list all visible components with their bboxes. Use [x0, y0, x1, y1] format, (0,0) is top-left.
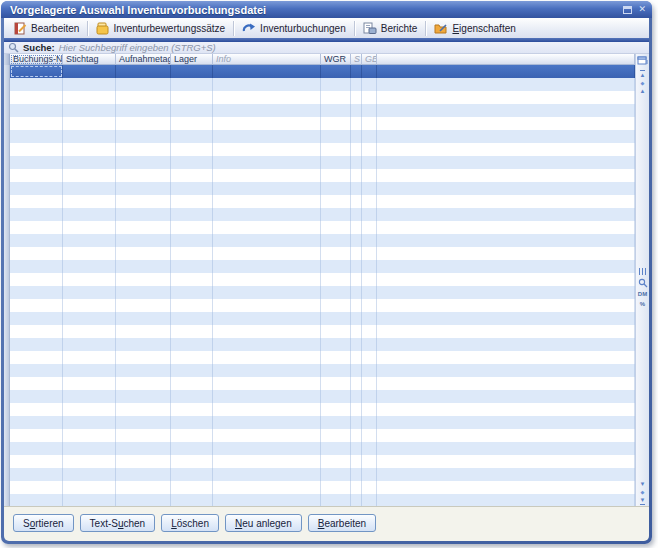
- table-row[interactable]: [4, 260, 635, 273]
- percent-icon[interactable]: %: [640, 300, 645, 308]
- table-row[interactable]: [4, 429, 635, 442]
- cell: [362, 416, 377, 429]
- scroll-down-icon[interactable]: ▼: [640, 481, 646, 487]
- table-row[interactable]: [4, 117, 635, 130]
- table-row[interactable]: [4, 156, 635, 169]
- table-row[interactable]: [4, 416, 635, 429]
- delete-button[interactable]: Löschen: [161, 514, 219, 532]
- column-header-Aufnahmetag[interactable]: Aufnahmetag: [116, 54, 171, 65]
- valuation-icon: [96, 22, 109, 35]
- table-row[interactable]: [4, 221, 635, 234]
- table-row[interactable]: [4, 234, 635, 247]
- cell: [351, 182, 362, 195]
- cell: [116, 104, 171, 117]
- cell: [63, 260, 116, 273]
- cell: [116, 416, 171, 429]
- table-row[interactable]: [4, 286, 635, 299]
- column-header-GB[interactable]: GB: [362, 54, 377, 65]
- table-row[interactable]: [4, 169, 635, 182]
- cell: [171, 416, 213, 429]
- edit-button[interactable]: Bearbeiten: [308, 514, 376, 532]
- cell: [321, 299, 351, 312]
- column-header-Stichtag[interactable]: Stichtag: [63, 54, 116, 65]
- cell: [63, 286, 116, 299]
- cell: [171, 65, 213, 78]
- cell: [213, 338, 321, 351]
- table-row[interactable]: [4, 143, 635, 156]
- cell: [377, 442, 635, 455]
- search-input[interactable]: Hier Suchbegriff eingeben (STRG+S): [59, 43, 216, 53]
- table-row[interactable]: [4, 403, 635, 416]
- scroll-up-icon[interactable]: ▲: [640, 88, 646, 94]
- scroll-thumb-icon[interactable]: ◆: [641, 80, 645, 86]
- sort-button[interactable]: Sortieren: [13, 514, 74, 532]
- table-row[interactable]: [4, 481, 635, 494]
- cell: [377, 312, 635, 325]
- column-chooser-icon[interactable]: [637, 55, 648, 66]
- cell: [116, 442, 171, 455]
- table-row[interactable]: [4, 91, 635, 104]
- table-row[interactable]: [4, 390, 635, 403]
- cell: [116, 169, 171, 182]
- zoom-icon[interactable]: [638, 278, 648, 288]
- cell: [171, 221, 213, 234]
- table-row[interactable]: [4, 442, 635, 455]
- search-label: Suche:: [23, 43, 55, 53]
- cell: [213, 104, 321, 117]
- column-header-filler[interactable]: [377, 54, 635, 65]
- column-header-S[interactable]: S: [351, 54, 362, 65]
- cell: [321, 468, 351, 481]
- table-row[interactable]: [4, 364, 635, 377]
- toolbar-button-inventurbewertungssaetze[interactable]: Inventurbewertungssätze: [90, 21, 231, 36]
- table-row[interactable]: [4, 351, 635, 364]
- column-header-WGR[interactable]: WGR: [321, 54, 351, 65]
- table-row[interactable]: [4, 325, 635, 338]
- scroll-thumb-icon[interactable]: ◆: [641, 489, 645, 495]
- text-search-button[interactable]: Text-Suchen: [80, 514, 156, 532]
- toolbar-button-eigenschaften[interactable]: Eigenschaften: [428, 21, 521, 36]
- close-icon[interactable]: ✕: [638, 5, 646, 14]
- cell: [321, 156, 351, 169]
- cell: [10, 234, 63, 247]
- selected-row[interactable]: [4, 65, 635, 78]
- toolbar-button-bearbeiten[interactable]: Bearbeiten: [8, 21, 85, 36]
- cell: [171, 299, 213, 312]
- currency-icon[interactable]: DM: [638, 290, 647, 298]
- table-row[interactable]: [4, 182, 635, 195]
- toolbar-button-inventurbuchungen[interactable]: Inventurbuchungen: [236, 21, 352, 36]
- toolbar-button-berichte[interactable]: Berichte: [357, 21, 424, 36]
- table-row[interactable]: [4, 377, 635, 390]
- table-row[interactable]: [4, 312, 635, 325]
- table-row[interactable]: [4, 78, 635, 91]
- table-row[interactable]: [4, 494, 635, 506]
- column-header-Lager[interactable]: Lager: [171, 54, 213, 65]
- new-button[interactable]: Neu anlegen: [225, 514, 302, 532]
- cell: [377, 403, 635, 416]
- table-row[interactable]: [4, 468, 635, 481]
- table-row[interactable]: [4, 195, 635, 208]
- fit-columns-icon[interactable]: [638, 267, 647, 276]
- cell: [171, 325, 213, 338]
- table-row[interactable]: [4, 208, 635, 221]
- cell: [362, 117, 377, 130]
- table-row[interactable]: [4, 273, 635, 286]
- column-header-Buchungs-Nr.[interactable]: Buchungs-Nr.: [10, 54, 63, 65]
- table-row[interactable]: [4, 104, 635, 117]
- table-row[interactable]: [4, 130, 635, 143]
- cell: [116, 286, 171, 299]
- cell: [171, 234, 213, 247]
- scroll-first-icon[interactable]: ▲: [640, 70, 646, 78]
- cell: [171, 91, 213, 104]
- table-row[interactable]: [4, 247, 635, 260]
- cell: [116, 468, 171, 481]
- table-row[interactable]: [4, 338, 635, 351]
- table-row[interactable]: [4, 455, 635, 468]
- scroll-last-icon[interactable]: ▼: [640, 497, 646, 505]
- column-header-Info[interactable]: Info: [213, 54, 321, 65]
- search-bar[interactable]: Suche: Hier Suchbegriff eingeben (STRG+S…: [4, 42, 649, 54]
- table-row[interactable]: [4, 299, 635, 312]
- restore-icon[interactable]: [623, 6, 632, 14]
- cell: [377, 208, 635, 221]
- cell: [377, 325, 635, 338]
- cell: [362, 442, 377, 455]
